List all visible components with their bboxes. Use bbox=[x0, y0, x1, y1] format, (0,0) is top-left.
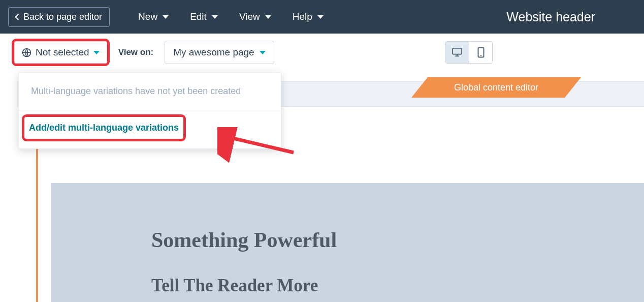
language-dropdown-panel: Multi-language variations have not yet b… bbox=[18, 72, 281, 149]
content-heading: Something Powerful bbox=[151, 228, 644, 252]
nav-item-label: View bbox=[239, 11, 260, 22]
svg-point-3 bbox=[480, 55, 481, 56]
device-desktop-button[interactable] bbox=[445, 42, 469, 63]
nav-item-edit[interactable]: Edit bbox=[190, 11, 218, 22]
language-selector[interactable]: Not selected bbox=[14, 41, 107, 64]
nav-item-label: New bbox=[138, 11, 157, 22]
language-dropdown-action-wrap: Add/edit multi-language variations bbox=[19, 110, 281, 148]
language-dropdown-message: Multi-language variations have not yet b… bbox=[19, 73, 281, 110]
nav-item-new[interactable]: New bbox=[138, 11, 169, 22]
chevron-down-icon bbox=[93, 51, 100, 54]
content-area[interactable]: Something Powerful Tell The Reader More bbox=[51, 183, 644, 302]
nav-menu: New Edit View Help bbox=[138, 11, 324, 22]
page-selector[interactable]: My awesome page bbox=[165, 41, 274, 64]
add-edit-multilanguage-button[interactable]: Add/edit multi-language variations bbox=[24, 116, 184, 139]
add-edit-multilanguage-label: Add/edit multi-language variations bbox=[29, 123, 179, 133]
chevron-down-icon bbox=[260, 51, 266, 54]
page-selector-label: My awesome page bbox=[173, 47, 254, 58]
chevron-down-icon bbox=[212, 15, 218, 19]
mobile-icon bbox=[477, 47, 485, 58]
svg-rect-1 bbox=[453, 48, 462, 54]
nav-item-view[interactable]: View bbox=[239, 11, 271, 22]
desktop-icon bbox=[452, 47, 463, 57]
chevron-down-icon bbox=[317, 15, 324, 19]
nav-item-label: Help bbox=[293, 11, 312, 22]
view-on-label: View on: bbox=[118, 47, 154, 57]
back-button-label: Back to page editor bbox=[23, 12, 102, 22]
chevron-down-icon bbox=[265, 15, 271, 19]
global-content-banner-label: Global content editor bbox=[454, 82, 538, 93]
globe-icon bbox=[22, 48, 31, 57]
nav-item-help[interactable]: Help bbox=[293, 11, 324, 22]
nav-item-label: Edit bbox=[190, 11, 207, 22]
global-content-banner: Global content editor bbox=[411, 77, 581, 98]
back-button[interactable]: Back to page editor bbox=[8, 7, 110, 27]
device-mobile-button[interactable] bbox=[469, 42, 492, 63]
device-toggle bbox=[445, 41, 493, 64]
page-title: Website header bbox=[506, 10, 595, 24]
content-subheading: Tell The Reader More bbox=[151, 276, 644, 296]
top-nav: Back to page editor New Edit View Help W… bbox=[0, 0, 644, 34]
chevron-left-icon bbox=[15, 14, 21, 20]
toolbar: Not selected View on: My awesome page bbox=[0, 34, 644, 71]
language-selector-label: Not selected bbox=[36, 47, 89, 58]
chevron-down-icon bbox=[163, 15, 169, 19]
